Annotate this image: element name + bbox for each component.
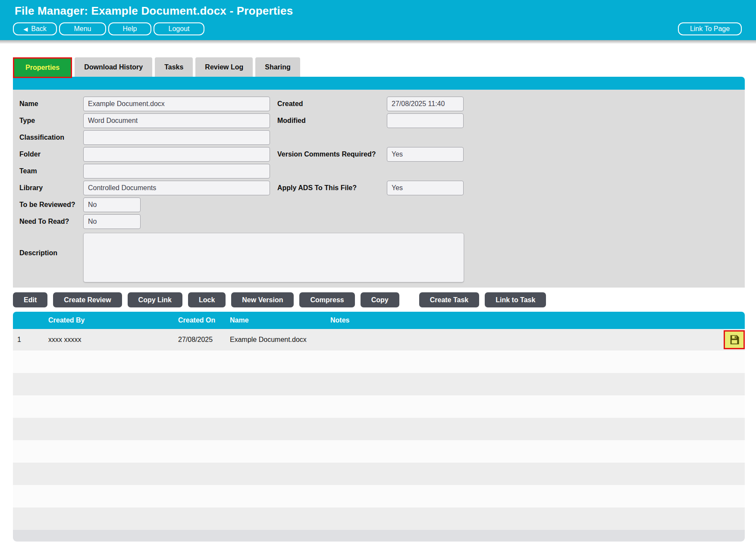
table-header: Created By Created On Name Notes: [13, 312, 745, 329]
empty-row: [13, 485, 745, 507]
panel-header-strip: [13, 77, 745, 90]
logout-label: Logout: [169, 25, 190, 33]
header-nav: ◀ Back Menu Help Logout: [13, 22, 204, 35]
compress-button[interactable]: Compress: [299, 292, 354, 307]
save-version-button[interactable]: [724, 330, 745, 349]
created-field[interactable]: [387, 97, 464, 111]
create-review-button[interactable]: Create Review: [53, 292, 122, 307]
column-header-notes: Notes: [330, 312, 349, 329]
folder-label: Folder: [19, 147, 41, 162]
empty-row: [13, 463, 745, 485]
form-row-name: Name Created: [13, 97, 745, 111]
form-row-folder: Folder Version Comments Required?: [13, 147, 745, 162]
link-to-page-button[interactable]: Link To Page: [678, 22, 742, 35]
tab-download-history[interactable]: Download History: [75, 57, 152, 77]
column-header-created-by: Created By: [48, 312, 85, 329]
version-comments-required-field[interactable]: [387, 147, 464, 162]
menu-button[interactable]: Menu: [59, 22, 106, 35]
type-field[interactable]: [83, 113, 270, 128]
row-created-on: 27/08/2025: [178, 329, 213, 351]
created-label: Created: [277, 97, 303, 111]
need-to-read-label: Need To Read?: [19, 214, 69, 229]
empty-row: [13, 507, 745, 530]
copy-button[interactable]: Copy: [361, 292, 399, 307]
empty-row: [13, 440, 745, 463]
name-field[interactable]: [83, 97, 270, 111]
form-row-team: Team: [13, 164, 745, 178]
row-number: 1: [17, 329, 21, 351]
create-task-button[interactable]: Create Task: [419, 292, 480, 307]
save-icon: [728, 334, 740, 346]
classification-label: Classification: [19, 130, 64, 145]
empty-row: [13, 351, 745, 373]
back-label: Back: [31, 25, 47, 33]
modified-label: Modified: [277, 113, 306, 128]
version-comments-required-label: Version Comments Required?: [277, 147, 376, 162]
tab-properties[interactable]: Properties: [13, 57, 72, 78]
column-header-name: Name: [230, 312, 249, 329]
link-to-page-label: Link To Page: [690, 25, 730, 33]
team-label: Team: [19, 164, 37, 178]
form-row-to-be-reviewed: To be Reviewed?: [13, 197, 745, 212]
form-row-need-to-read: Need To Read?: [13, 214, 745, 229]
header-divider: [0, 40, 756, 44]
row-name: Example Document.docx: [230, 329, 307, 351]
team-field[interactable]: [83, 164, 270, 178]
folder-field[interactable]: [83, 147, 270, 162]
lock-button[interactable]: Lock: [188, 292, 226, 307]
help-button[interactable]: Help: [108, 22, 151, 35]
logout-button[interactable]: Logout: [154, 22, 204, 35]
new-version-button[interactable]: New Version: [231, 292, 294, 307]
modified-field[interactable]: [387, 113, 464, 128]
to-be-reviewed-label: To be Reviewed?: [19, 197, 75, 212]
copy-link-button[interactable]: Copy Link: [128, 292, 182, 307]
back-arrow-icon: ◀: [23, 26, 28, 32]
edit-button[interactable]: Edit: [13, 292, 47, 307]
table-footer: [13, 530, 745, 542]
library-field[interactable]: [83, 181, 270, 195]
apply-ads-field[interactable]: [387, 181, 464, 195]
empty-row: [13, 373, 745, 395]
apply-ads-label: Apply ADS To This File?: [277, 181, 357, 195]
tab-tasks[interactable]: Tasks: [155, 57, 193, 77]
back-button[interactable]: ◀ Back: [13, 22, 57, 35]
description-label: Description: [19, 249, 57, 257]
library-label: Library: [19, 181, 43, 195]
classification-field[interactable]: [83, 130, 270, 145]
type-label: Type: [19, 113, 35, 128]
form-row-library: Library Apply ADS To This File?: [13, 181, 745, 195]
name-label: Name: [19, 97, 38, 111]
tab-sharing[interactable]: Sharing: [255, 57, 300, 77]
column-header-created-on: Created On: [178, 312, 215, 329]
row-created-by: xxxx xxxxx: [48, 329, 81, 351]
tab-review-log[interactable]: Review Log: [195, 57, 253, 77]
menu-label: Menu: [74, 25, 91, 33]
form-row-type: Type Modified: [13, 113, 745, 128]
app-header: File Manager: Example Document.docx - Pr…: [0, 0, 756, 40]
need-to-read-field[interactable]: [83, 214, 141, 229]
link-to-task-button[interactable]: Link to Task: [485, 292, 546, 307]
versions-table: Created By Created On Name Notes 1 xxxx …: [13, 312, 745, 542]
properties-panel: Name Created Type Modified Classificatio…: [13, 90, 745, 288]
empty-row: [13, 395, 745, 418]
to-be-reviewed-field[interactable]: [83, 197, 141, 212]
form-row-classification: Classification: [13, 130, 745, 145]
help-label: Help: [123, 25, 137, 33]
page: File Manager: Example Document.docx - Pr…: [0, 0, 756, 548]
table-row[interactable]: 1 xxxx xxxxx 27/08/2025 Example Document…: [13, 329, 745, 351]
empty-row: [13, 418, 745, 440]
description-field[interactable]: [83, 233, 464, 282]
action-toolbar: Edit Create Review Copy Link Lock New Ve…: [13, 292, 546, 307]
tab-bar: Properties Download History Tasks Review…: [13, 57, 300, 77]
page-title: File Manager: Example Document.docx - Pr…: [15, 4, 293, 18]
